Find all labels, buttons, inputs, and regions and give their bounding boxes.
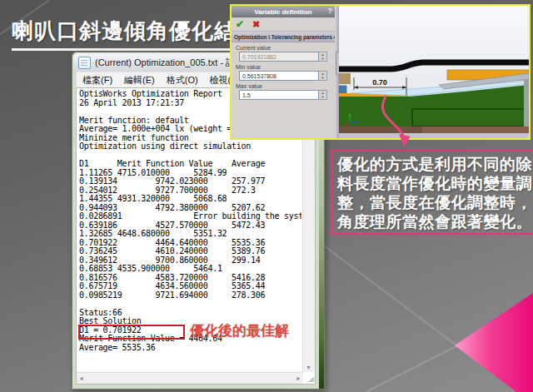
dialog-titlebar[interactable]: Variable definition ? [232,6,335,17]
callout-line: 優化的方式是利用不同的除 [337,155,533,174]
optimization-screenshot: Variable definition ? ✔ ✖ Optimization \… [230,4,531,140]
page-title: 喇叭口斜邊傾角優化結果 [12,17,259,51]
dimension-label: 0.70 [372,78,387,87]
min-value-stepper[interactable]: ▲ ▼ [319,71,327,81]
ok-check-icon[interactable]: ✔ [236,19,244,29]
right-gray-column [524,79,529,127]
current-value-input[interactable]: 0.701921882 [239,52,319,62]
max-value-stepper[interactable]: ▲ ▼ [319,90,327,100]
best-solution-annotation: 優化後的最佳解 [190,321,289,340]
current-value-field: Current value 0.701921882 ▲ ▼ [236,45,335,62]
explanation-callout: 優化的方式是利用不同的除 料長度當作優化時的變量調 整，當長度在優化調整時， 角… [331,150,533,235]
callout-line: 整，當長度在優化調整時， [337,193,533,212]
current-value-stepper[interactable]: ▲ ▼ [319,52,327,62]
blue-block [339,86,346,94]
horizontal-scrollbar[interactable]: ◄ ► [77,372,303,384]
notepad-icon [78,57,91,69]
menu-file[interactable]: 檔案(F) [77,74,118,87]
scroll-right-icon[interactable]: ► [296,375,301,381]
group-header-label: Optimization \ Tolerancing parameters [234,34,332,40]
scroll-left-icon[interactable]: ◄ [78,375,84,381]
callout-line: 料長度當作優化時的變量調 [337,174,533,193]
presentation-slide: 喇叭口斜邊傾角優化結果 (Current) Optimization_005.t… [0,0,533,392]
min-value-field: Min value 0.561537808 ▲ ▼ [236,64,335,81]
max-value-label: Max value [236,83,335,89]
menu-format[interactable]: 格式(O) [161,74,204,87]
help-icon[interactable]: ? [328,7,333,15]
callout-line: 角度理所當然會跟著變化。 [337,212,533,231]
dialog-toolbar: ✔ ✖ [232,17,335,32]
variable-definition-panel: Variable definition ? ✔ ✖ Optimization \… [232,6,335,138]
cad-cross-section: 0.70 [339,6,529,138]
spin-down-icon[interactable]: ▼ [319,76,326,80]
menu-edit[interactable]: 編輯(E) [118,74,161,87]
min-value-input[interactable]: 0.561537808 [239,71,319,81]
brown-strip-right [422,127,529,133]
spin-down-icon[interactable]: ▼ [319,95,326,99]
bottom-gray-strip [339,133,529,138]
max-value-field: Max value 1.5 ▲ ▼ [236,83,335,100]
pink-accent-triangle [455,293,533,392]
resize-grip-icon[interactable]: ◢ [308,375,314,383]
cancel-x-icon[interactable]: ✖ [252,20,260,29]
current-value-label: Current value [236,45,335,51]
min-value-label: Min value [236,64,335,70]
tan-block [339,73,351,84]
max-value-input[interactable]: 1.5 [239,90,319,100]
spin-down-icon[interactable]: ▼ [319,57,326,61]
cad-viewport[interactable]: 0.70 [339,6,529,138]
scroll-down-icon[interactable]: ▼ [306,365,311,370]
dialog-title: Variable definition [255,8,312,16]
best-solution-highlight-box [78,325,185,340]
parameters-group-header[interactable]: Optimization \ Tolerancing parameters ▲ [232,32,335,42]
